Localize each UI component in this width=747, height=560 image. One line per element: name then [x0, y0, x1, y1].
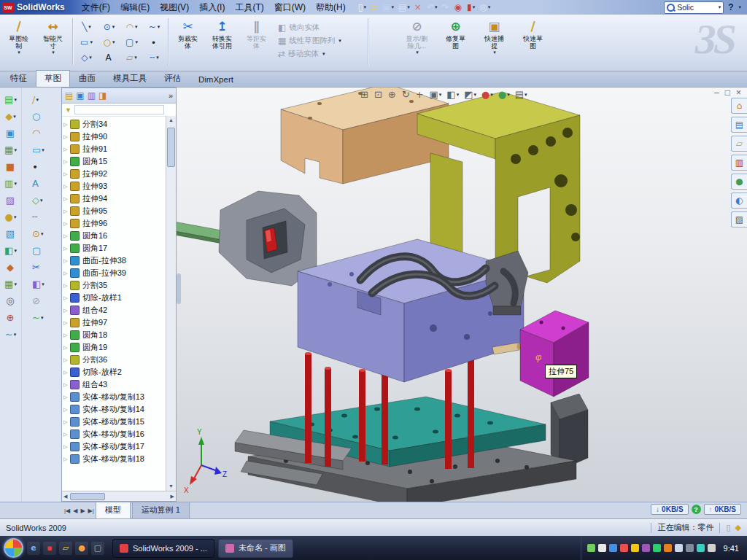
left-toolbar-icon[interactable]: ▣ — [6, 128, 15, 139]
tree-item[interactable]: ▷ 拉伸91 — [63, 143, 166, 155]
display-delete-relations-button[interactable]: ⊘ 显示/删除几... ▾ — [400, 17, 434, 55]
show-desktop-icon[interactable]: ▢ — [91, 542, 104, 555]
command-tab[interactable]: 草图 — [36, 70, 70, 87]
point-icon[interactable]: ∙ — [143, 34, 166, 50]
scroll-left-icon[interactable]: ◀ — [63, 494, 67, 499]
document-recovery-icon[interactable]: ▨ — [731, 211, 747, 228]
propertymanager-tab-icon[interactable]: ▣ — [76, 90, 84, 101]
ellipse-icon[interactable]: ○ ▾ — [98, 34, 120, 50]
tray-icon[interactable] — [620, 544, 628, 552]
tree-item[interactable]: ▷ 实体-移动/复制16 — [63, 428, 166, 440]
configurationmanager-tab-icon[interactable]: ▥ — [88, 90, 96, 101]
tab-nav-button[interactable]: ▶ — [80, 508, 85, 514]
sketch-button[interactable]: / 草图绘制 ▾ — [1, 17, 36, 55]
linear-sketch-pattern-button[interactable]: ▦ 线性草图阵列 ▾ — [278, 36, 363, 46]
expand-arrow-icon[interactable]: ▷ — [63, 258, 70, 264]
scrollbar-thumb[interactable] — [167, 128, 175, 167]
left-toolbar-icon[interactable]: ■ — [6, 162, 15, 172]
expand-arrow-icon[interactable]: ▷ — [63, 332, 70, 338]
expand-arrow-icon[interactable]: ▷ — [63, 357, 70, 363]
expand-arrow-icon[interactable]: ▷ — [63, 382, 70, 388]
rotate-view-icon[interactable]: ↻ — [402, 89, 411, 100]
start-button[interactable] — [4, 538, 23, 558]
left-toolbar-icon[interactable]: ◆ ▾ — [5, 112, 16, 122]
expand-arrow-icon[interactable]: ▷ — [63, 209, 70, 214]
expand-arrow-icon[interactable]: ▷ — [63, 407, 70, 413]
print-icon[interactable]: ▤ ▾ — [397, 1, 411, 14]
menu-item[interactable]: 工具(T) — [230, 0, 268, 15]
tree-item[interactable]: ▷ 分割36 — [63, 354, 166, 366]
polygon-icon[interactable]: ◇ ▾ — [75, 50, 98, 65]
menu-item[interactable]: 编辑(E) — [115, 0, 155, 15]
tree-horizontal-scrollbar[interactable]: ◀ ▶ — [62, 491, 176, 501]
tray-icon[interactable] — [587, 544, 595, 552]
left-toolbar-icon[interactable]: ⊘ — [32, 296, 41, 306]
tree-item[interactable]: ▷ 实体-移动/复制13 — [63, 391, 166, 403]
expand-arrow-icon[interactable]: ▷ — [63, 271, 70, 276]
expand-arrow-icon[interactable]: ▷ — [63, 295, 70, 301]
expand-arrow-icon[interactable]: ▷ — [63, 159, 70, 165]
file-explorer-icon[interactable]: ▱ — [731, 136, 747, 152]
left-toolbar-icon[interactable]: ◇ ▾ — [32, 195, 43, 206]
delete-icon[interactable]: × — [413, 1, 424, 14]
expand-arrow-icon[interactable]: ▷ — [63, 196, 70, 202]
apply-scene-icon[interactable]: ● ▾ — [498, 89, 510, 100]
command-tab[interactable]: 评估 — [155, 70, 190, 87]
menu-item[interactable]: 窗口(W) — [269, 0, 311, 15]
left-toolbar-icon[interactable]: ~ ▾ — [5, 330, 16, 340]
left-toolbar-icon[interactable]: ╌ — [32, 212, 39, 222]
minimize-icon[interactable]: – — [714, 88, 719, 98]
expand-arrow-icon[interactable]: ▷ — [63, 308, 70, 314]
restore-icon[interactable]: □ — [725, 88, 730, 98]
expand-arrow-icon[interactable]: ▷ — [63, 345, 70, 351]
tree-item[interactable]: ▷ 圆角19 — [63, 341, 166, 354]
left-toolbar-icon[interactable]: ~ ▾ — [32, 313, 43, 323]
tree-item[interactable]: ▷ 圆角16 — [63, 230, 166, 242]
help-icon[interactable]: ? — [728, 2, 733, 12]
tray-icon[interactable] — [686, 544, 694, 552]
task-button[interactable]: 未命名 - 画图 — [218, 539, 293, 558]
tray-icon[interactable] — [708, 544, 716, 552]
tree-item[interactable]: ▷ 拉伸92 — [63, 168, 166, 180]
search-input[interactable]: Solic — [677, 3, 715, 12]
scrollbar-thumb[interactable] — [70, 493, 105, 500]
left-toolbar-icon[interactable]: ◎ — [6, 296, 15, 306]
hide-show-items-icon[interactable]: ◩ ▾ — [464, 89, 476, 100]
appearances-scenes-icon[interactable]: ● — [731, 174, 747, 190]
left-toolbar-icon[interactable]: ● ▾ — [5, 212, 17, 222]
tray-icon[interactable] — [598, 544, 606, 552]
close-icon[interactable]: × — [736, 88, 741, 98]
new-document-icon[interactable]: ▯ ▾ — [357, 1, 368, 14]
panel-chevron-icon[interactable]: » — [169, 91, 173, 100]
media-player-icon[interactable]: ● — [75, 542, 88, 555]
options-icon[interactable]: ◎ ▾ — [478, 1, 492, 14]
straight-slot-icon[interactable]: ▢ ▾ — [120, 34, 143, 50]
tree-item[interactable]: ▷ 拉伸94 — [63, 192, 166, 205]
left-toolbar-icon[interactable]: A — [32, 179, 39, 189]
undo-icon[interactable]: ↶ ▾ — [425, 1, 439, 14]
panel-splitter-handle[interactable] — [177, 273, 181, 304]
tree-item[interactable]: ▷ 曲面-拉伸38 — [63, 254, 166, 267]
rebuild-icon[interactable]: ◉ — [453, 1, 464, 14]
command-tab[interactable]: 模具工具 — [104, 70, 155, 87]
tree-vertical-scrollbar[interactable]: ▲ ▼ — [166, 116, 176, 491]
graphics-viewport[interactable]: φ Y Z X ⊞ — [177, 88, 747, 502]
left-toolbar-icon[interactable]: ▤ ▾ — [4, 95, 17, 105]
redo-icon[interactable]: ↷ — [441, 1, 452, 14]
left-toolbar-icon[interactable]: ◧ ▾ — [4, 246, 17, 256]
tree-item[interactable]: ▷ 切除-放样2 — [63, 366, 166, 378]
tray-icon[interactable] — [631, 544, 639, 552]
part-magenta-block[interactable]: φ — [520, 311, 589, 397]
solidworks-resources-icon[interactable]: ⌂ — [731, 98, 747, 114]
tree-item[interactable]: ▷ 组合43 — [63, 378, 166, 391]
titlebar-expand-icon[interactable]: ▾ — [738, 4, 741, 10]
display-style-icon[interactable]: ◧ ▾ — [446, 89, 459, 100]
left-toolbar-icon[interactable]: ⊙ ▾ — [32, 229, 43, 239]
featuremanager-tab-icon[interactable]: ▤ — [65, 90, 73, 101]
tree-item[interactable]: ▷ 切除-放样1 — [63, 292, 166, 304]
tree-filter-input[interactable] — [74, 105, 164, 114]
document-tab[interactable]: 运动算例 1 — [132, 502, 190, 519]
tray-icon[interactable] — [642, 544, 650, 552]
spline-icon[interactable]: ~ ▾ — [143, 19, 166, 34]
text-icon[interactable]: A — [98, 50, 120, 65]
